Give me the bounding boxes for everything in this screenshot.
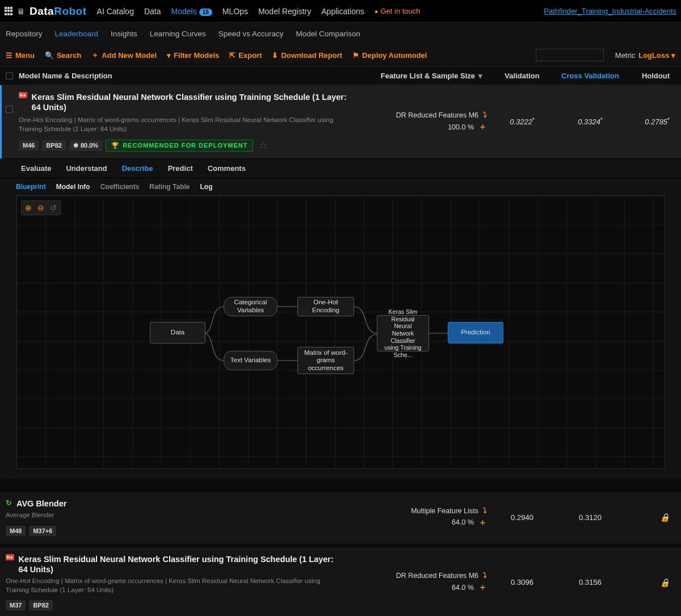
menu-icon: ☰ xyxy=(6,51,12,60)
select-all-checkbox[interactable] xyxy=(6,72,13,79)
tab-understand[interactable]: Understand xyxy=(58,159,114,178)
subnav-insights[interactable]: Insights xyxy=(111,30,137,38)
apps-grid-icon[interactable] xyxy=(5,7,14,16)
subtab-blueprint[interactable]: Blueprint xyxy=(16,183,46,191)
holdout-locked: 🔒 xyxy=(624,578,675,587)
model-row[interactable]: ↻ AVG Blender Average Blender M48 M37+6 … xyxy=(0,492,681,544)
reset-zoom-icon[interactable]: ↺ xyxy=(50,203,57,212)
model-tag-pct: ✱80.0% xyxy=(69,140,102,151)
search-icon: 🔍 xyxy=(45,51,54,60)
sample-size-pct: 64.0 % xyxy=(452,584,474,592)
col-feature-list[interactable]: Feature List & Sample Size xyxy=(381,72,475,80)
nav-mlops[interactable]: MLOps xyxy=(222,7,248,16)
feature-list-name: DR Reduced Features M6 xyxy=(396,111,478,119)
cross-validation-score: 0.3156 xyxy=(556,578,624,586)
subtab-model-info[interactable]: Model Info xyxy=(56,183,90,191)
download-icon: ⬇ xyxy=(272,51,278,60)
model-description: Average Blender xyxy=(6,511,323,520)
add-sample-button[interactable]: ＋ xyxy=(478,582,487,593)
blueprint-canvas[interactable]: ⊕ ⊖ ↺ Data Categorical Variables Text Va… xyxy=(16,195,665,469)
lock-icon: 🔒 xyxy=(660,513,670,522)
chevron-down-icon: ▾ xyxy=(671,51,675,60)
model-description: One-Hot Encoding | Matrix of word-grams … xyxy=(19,116,337,133)
export-button[interactable]: ⇱Export xyxy=(229,51,262,60)
metric-selector-input[interactable] xyxy=(536,49,604,61)
col-holdout[interactable]: Holdout xyxy=(624,72,675,80)
tab-comments[interactable]: Comments xyxy=(200,159,253,178)
zoom-in-icon[interactable]: ⊕ xyxy=(25,203,32,212)
col-cross-validation[interactable]: Cross Validation xyxy=(556,72,624,80)
deploy-automodel-button[interactable]: ⚑Deploy Automodel xyxy=(352,51,427,60)
models-count-badge: 15 xyxy=(199,9,212,16)
branch-icon[interactable]: ⤵ xyxy=(483,507,487,515)
filter-models-button[interactable]: ▾Filter Models xyxy=(167,51,219,60)
nav-data[interactable]: Data xyxy=(144,7,161,16)
metric-label: Metric xyxy=(615,51,635,60)
get-in-touch-link[interactable]: Get in touch xyxy=(375,7,421,15)
project-name-link[interactable]: Pathfinder_Training_Industrial-Accidents xyxy=(544,7,676,15)
search-button[interactable]: 🔍Search xyxy=(45,51,81,60)
model-title: Keras Slim Residual Neural Network Class… xyxy=(19,554,337,575)
subnav-learning-curves[interactable]: Learning Curves xyxy=(150,30,206,38)
feature-list-name: Multiple Feature Lists xyxy=(411,507,478,515)
nav-applications[interactable]: Applications xyxy=(321,7,364,16)
download-report-button[interactable]: ⬇Download Report xyxy=(272,51,342,60)
holdout-locked: 🔒 xyxy=(624,513,675,522)
logo: DataRobot xyxy=(30,5,87,18)
tab-predict[interactable]: Predict xyxy=(161,159,200,178)
subtab-log[interactable]: Log xyxy=(200,183,212,191)
menu-button[interactable]: ☰Menu xyxy=(6,51,35,60)
blender-icon: ↻ xyxy=(6,498,12,507)
subtab-coefficients[interactable]: Coefficients xyxy=(100,183,140,191)
col-validation[interactable]: Validation xyxy=(488,72,556,80)
model-description: One-Hot Encoding | Matrix of word-grams … xyxy=(6,577,323,594)
add-model-button[interactable]: ＋Add New Model xyxy=(91,50,157,60)
zoom-out-icon[interactable]: ⊖ xyxy=(37,203,44,212)
export-icon: ⇱ xyxy=(229,51,236,60)
validation-score: 0.3096 xyxy=(488,578,556,586)
filter-feature-icon[interactable]: ▾ xyxy=(478,72,482,80)
branch-icon[interactable]: ⤵ xyxy=(483,572,487,580)
node-text[interactable]: Text Variables xyxy=(224,351,278,370)
model-row[interactable]: K● Keras Slim Residual Neural Network Cl… xyxy=(0,85,681,158)
subnav-model-comparison[interactable]: Model Comparison xyxy=(296,30,360,38)
model-tag-combo: M37+6 xyxy=(29,526,56,536)
model-checkbox[interactable] xyxy=(6,106,13,113)
node-categorical[interactable]: Categorical Variables xyxy=(224,297,278,316)
subnav-leaderboard[interactable]: Leaderboard xyxy=(55,30,99,38)
nav-ai-catalog[interactable]: AI Catalog xyxy=(97,7,134,16)
model-row[interactable]: K● Keras Slim Residual Neural Network Cl… xyxy=(0,547,681,616)
node-onehot[interactable]: One-Hot Encoding xyxy=(297,297,354,316)
lock-icon: 🔒 xyxy=(660,578,670,587)
monitor-icon: 🖥 xyxy=(17,7,25,16)
subtab-rating-table[interactable]: Rating Table xyxy=(149,183,190,191)
subnav-speed-accuracy[interactable]: Speed vs Accuracy xyxy=(218,30,284,38)
subnav-repository[interactable]: Repository xyxy=(6,30,43,38)
branch-icon[interactable]: ⤵ xyxy=(483,111,487,119)
tab-describe[interactable]: Describe xyxy=(115,159,161,178)
model-tag-m: M48 xyxy=(6,526,26,536)
plus-icon: ＋ xyxy=(91,50,99,60)
validation-score: 0.3222* xyxy=(488,118,556,126)
model-tag-bp: BP82 xyxy=(42,140,66,150)
recommended-badge: RECOMMENDED FOR DEPLOYMENT xyxy=(106,140,253,152)
feature-list-name: DR Reduced Features M6 xyxy=(396,572,478,580)
col-model-name[interactable]: Model Name & Description xyxy=(19,72,112,80)
add-sample-button[interactable]: ＋ xyxy=(478,517,487,528)
node-prediction[interactable]: Prediction xyxy=(448,322,503,343)
sample-size-pct: 64.0 % xyxy=(452,518,474,526)
tab-evaluate[interactable]: Evaluate xyxy=(14,159,58,178)
keras-icon: K● xyxy=(19,92,27,98)
cross-validation-score: 0.3324* xyxy=(556,118,624,126)
nav-models[interactable]: Models15 xyxy=(171,7,212,16)
cross-validation-score: 0.3120 xyxy=(556,513,624,522)
star-favorite-button[interactable]: ☆ xyxy=(259,139,268,152)
node-matrix[interactable]: Matrix of word-grams occurrences xyxy=(297,347,354,374)
filter-icon: ▾ xyxy=(167,51,171,60)
add-sample-button[interactable]: ＋ xyxy=(478,121,487,132)
metric-dropdown[interactable]: LogLoss ▾ xyxy=(638,51,675,60)
nav-model-registry[interactable]: Model Registry xyxy=(258,7,311,16)
node-data[interactable]: Data xyxy=(150,322,205,343)
model-title: Keras Slim Residual Neural Network Class… xyxy=(32,92,350,112)
node-keras[interactable]: Keras Slim Residual Neural Network Class… xyxy=(377,315,429,351)
